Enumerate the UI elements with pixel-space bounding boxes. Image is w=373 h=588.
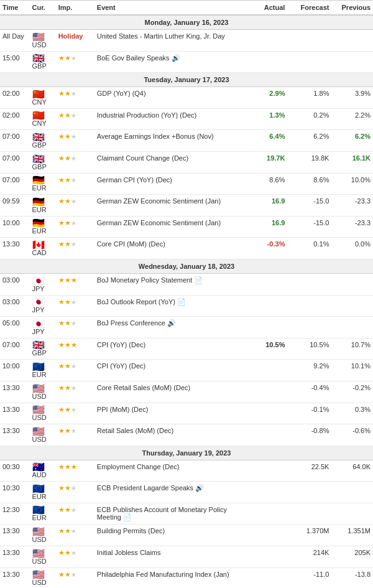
actual-value: 19.7K [267, 154, 285, 162]
cell-previous: 0.0% [331, 238, 373, 259]
cell-importance: ★★★ [56, 130, 94, 152]
cell-actual: 16.9 [246, 216, 288, 238]
actual-value: 16.9 [272, 219, 285, 226]
cell-previous: -0.2% [331, 381, 373, 403]
cell-time: 03:00 [0, 295, 30, 317]
cell-importance: ★★★ [56, 108, 94, 130]
cell-forecast: 9.2% [287, 360, 331, 381]
currency-label: EUR [32, 514, 47, 521]
cell-time: 13:30 [0, 567, 30, 588]
cell-forecast: -0.1% [287, 403, 331, 424]
cell-previous: -0.6% [331, 424, 373, 446]
flag-icon: 🇪🇺 [32, 485, 45, 493]
flag-icon: 🇺🇸 [32, 427, 45, 436]
currency-label: JPY [32, 328, 45, 335]
currency-label: USD [32, 41, 47, 49]
col-actual: Actual [246, 1, 288, 16]
table-row: All Day🇺🇸 USDHolidayUnited States - Mart… [0, 30, 373, 52]
col-imp: Imp. [56, 1, 94, 16]
cell-event: CPI (YoY) (Dec) [94, 338, 246, 360]
cell-forecast: 1.370M [287, 525, 331, 546]
cell-currency: 🇪🇺 EUR [30, 503, 56, 525]
cell-previous: -23.3 [331, 216, 373, 238]
cell-forecast: 0.1% [287, 238, 331, 259]
currency-label: CNY [32, 119, 47, 127]
cell-time: 13:30 [0, 546, 30, 568]
cell-forecast: 1.8% [287, 87, 331, 109]
cell-event: Retail Sales (MoM) (Dec) [94, 424, 246, 446]
cell-actual: 16.9 [246, 195, 288, 217]
table-row: 13:30🇺🇸 USD★★★Core Retail Sales (MoM) (D… [0, 381, 373, 403]
cell-importance: ★★★ [56, 503, 94, 525]
cell-previous: 205K [331, 546, 373, 568]
cell-event: PPI (MoM) (Dec) [94, 403, 246, 424]
table-row: 07:00🇬🇧 GBP★★★Average Earnings Index +Bo… [0, 130, 373, 152]
cell-actual: 19.7K [246, 151, 288, 173]
cell-actual [246, 503, 288, 525]
cell-time: 07:00 [0, 130, 30, 152]
table-row: 03:00🇯🇵 JPY★★★BoJ Outlook Report (YoY) 📄 [0, 295, 373, 317]
actual-value: -0.3% [267, 240, 285, 248]
flag-icon: 🇬🇧 [32, 133, 45, 141]
cell-currency: 🇦🇺 AUD [30, 460, 56, 482]
cell-actual: -0.3% [246, 238, 288, 259]
currency-label: EUR [32, 493, 47, 500]
cell-time: 02:00 [0, 87, 30, 109]
currency-label: USD [32, 436, 47, 443]
cell-time: 13:30 [0, 238, 30, 259]
cell-previous: 2.2% [331, 108, 373, 130]
cell-time: 10:00 [0, 216, 30, 238]
cell-importance: ★★★ [56, 173, 94, 195]
cell-time: All Day [0, 30, 30, 52]
cell-forecast: -15.0 [287, 195, 331, 217]
flag-icon: 🇨🇳 [32, 111, 45, 119]
cell-currency: 🇯🇵 JPY [30, 295, 56, 317]
actual-value: 1.3% [269, 111, 285, 119]
cell-event: Building Permits (Dec) [94, 525, 246, 546]
cell-currency: 🇩🇪 EUR [30, 173, 56, 195]
day-header: Tuesday, January 17, 2023 [0, 73, 373, 87]
cell-actual [246, 51, 288, 73]
currency-label: EUR [32, 184, 47, 192]
cell-event: BoJ Outlook Report (YoY) 📄 [94, 295, 246, 317]
cell-currency: 🇬🇧 GBP [30, 130, 56, 152]
table-row: 15:00🇬🇧 GBP★★★BoE Gov Bailey Speaks 🔊 [0, 51, 373, 73]
cell-importance: ★★★ [56, 295, 94, 317]
cell-forecast: 8.6% [287, 173, 331, 195]
cell-currency: 🇺🇸 USD [30, 525, 56, 546]
cell-currency: 🇪🇺 EUR [30, 360, 56, 381]
previous-value: 16.1K [352, 154, 371, 162]
cell-previous: 1.351M [331, 525, 373, 546]
cell-previous [331, 295, 373, 317]
cell-currency: 🇬🇧 GBP [30, 338, 56, 360]
flag-icon: 🇺🇸 [32, 33, 45, 41]
cell-currency: 🇨🇦 CAD [30, 238, 56, 259]
cell-time: 03:00 [0, 273, 30, 295]
cell-event: Employment Change (Dec) [94, 460, 246, 482]
cell-time: 02:00 [0, 108, 30, 130]
cell-importance: ★★★ [56, 338, 94, 360]
col-previous: Previous [331, 1, 373, 16]
cell-actual [246, 273, 288, 295]
cell-actual [246, 381, 288, 403]
cell-importance: ★★★ [56, 151, 94, 173]
cell-forecast [287, 51, 331, 73]
table-row: 13:30🇺🇸 USD★★★Initial Jobless Claims214K… [0, 546, 373, 568]
currency-label: GBP [32, 349, 47, 357]
cell-actual [246, 460, 288, 482]
cell-forecast [287, 295, 331, 317]
cell-time: 10:00 [0, 360, 30, 381]
cell-event: Claimant Count Change (Dec) [94, 151, 246, 173]
cell-importance: ★★★ [56, 403, 94, 424]
cell-previous: 16.1K [331, 151, 373, 173]
cell-event: BoJ Press Conference 🔊 [94, 317, 246, 338]
cell-forecast [287, 30, 331, 52]
currency-label: USD [32, 414, 47, 421]
cell-time: 13:30 [0, 525, 30, 546]
cell-importance: ★★★ [56, 546, 94, 568]
table-row: 05:00🇯🇵 JPY★★★BoJ Press Conference 🔊 [0, 317, 373, 338]
cell-importance: ★★★ [56, 567, 94, 588]
cell-actual [246, 482, 288, 503]
cell-previous: 0.3% [331, 403, 373, 424]
table-row: 12:30🇪🇺 EUR★★★ECB Publishes Account of M… [0, 503, 373, 525]
